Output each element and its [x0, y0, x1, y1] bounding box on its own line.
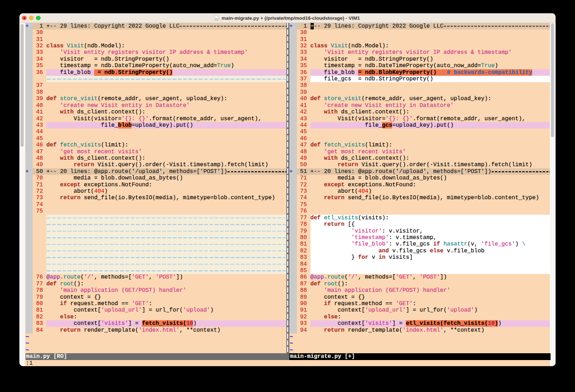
- svg-text:py: py: [215, 17, 219, 20]
